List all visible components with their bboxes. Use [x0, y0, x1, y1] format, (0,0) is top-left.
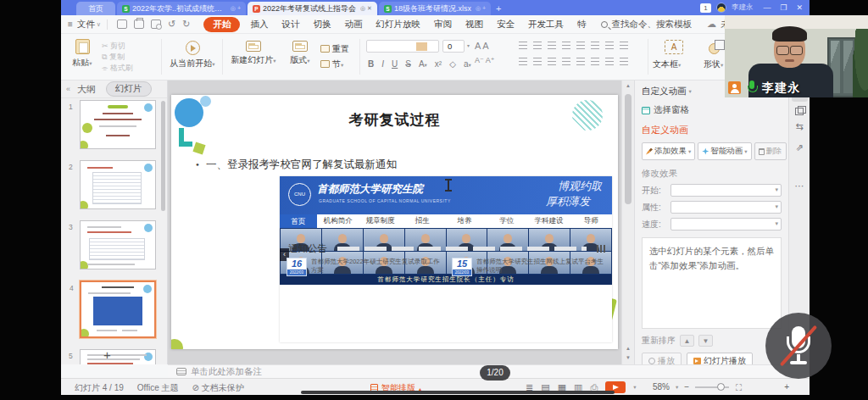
speed-select[interactable]	[670, 218, 782, 231]
menu-item-幻灯片放映[interactable]: 幻灯片放映	[369, 17, 427, 32]
format-painter-button[interactable]: ⌯ 格式刷	[102, 63, 133, 74]
print-icon[interactable]	[134, 19, 144, 29]
layout-button[interactable]: 版式▾	[283, 41, 317, 66]
redo-icon[interactable]: ↻	[182, 19, 190, 30]
menu-item-安全[interactable]: 安全	[490, 17, 521, 32]
start-select[interactable]	[670, 184, 782, 197]
thumbnail-scrollbar[interactable]	[161, 101, 165, 211]
menu-item-开始[interactable]: 开始	[203, 17, 240, 32]
slide-thumbnail-2[interactable]: 2	[80, 160, 156, 209]
slide-thumbnail-4[interactable]: 4	[80, 281, 156, 338]
prev-slide-icon[interactable]: ▲	[622, 344, 634, 353]
zoom-level[interactable]: 58%	[653, 382, 670, 392]
text-box-button[interactable]: 文本框▾	[653, 58, 681, 70]
paragraph-format-icon-14[interactable]	[605, 57, 615, 66]
property-select[interactable]	[670, 201, 782, 214]
canvas-scrollbar[interactable]: ▲ ▲ ▼	[621, 81, 634, 364]
document-tab-1[interactable]: S2022年农学..初试成绩统计表◎ +	[117, 2, 246, 15]
new-slide-button[interactable]: 新建幻灯片▾	[227, 41, 280, 66]
protect-status[interactable]: ⊘ 文档未保护	[192, 382, 244, 394]
account-avatar[interactable]	[716, 3, 726, 13]
add-slide-button[interactable]: +	[103, 347, 111, 362]
section-button[interactable]: 节▾	[320, 57, 349, 73]
scrollbar-thumb[interactable]	[625, 94, 632, 204]
command-search[interactable]: 查找命令、搜索模板	[601, 19, 692, 31]
italic-button[interactable]: I	[381, 59, 384, 69]
layers-icon[interactable]	[795, 106, 804, 114]
font-name-input[interactable]	[366, 40, 439, 53]
menu-item-插入[interactable]: 插入	[243, 17, 275, 32]
move-up-button[interactable]: ▲	[680, 335, 694, 347]
menu-item-视图[interactable]: 视图	[459, 17, 490, 32]
menu-item-设计[interactable]: 设计	[275, 17, 306, 32]
strikethrough-button[interactable]: S	[405, 59, 411, 69]
menu-item-动画[interactable]: 动画	[337, 17, 369, 32]
slide[interactable]: 考研复试过程 一、登录报考学校官网了解复试最新通知 CNU 首都师范大学研究生院…	[171, 95, 618, 349]
document-tab-2[interactable]: P2022年考研复试线上指导会◎ ✕	[248, 2, 377, 15]
bold-button[interactable]: B	[368, 59, 374, 69]
menu-item-开发工具[interactable]: 开发工具	[521, 17, 570, 32]
selection-pane-button[interactable]: 选择窗格	[642, 104, 782, 116]
document-tab-3[interactable]: S18级各班考研情况.xlsx◎ +	[379, 2, 491, 15]
paragraph-format-icon-2[interactable]	[548, 41, 558, 50]
font-size-stepper[interactable]: ▾	[467, 42, 470, 48]
fit-to-window-icon[interactable]: ⛶	[736, 383, 742, 393]
smart-animation-button[interactable]: 智能动画▾	[698, 142, 751, 160]
print-preview-icon[interactable]	[151, 19, 161, 29]
paragraph-format-icon-15[interactable]	[620, 57, 630, 66]
file-menu[interactable]: 文件∨	[77, 19, 101, 31]
paragraph-format-icon-9[interactable]	[533, 57, 543, 66]
undo-icon[interactable]: ↺	[168, 19, 175, 30]
paragraph-format-icon-8[interactable]	[519, 57, 529, 66]
theme-name[interactable]: Office 主题	[137, 382, 179, 394]
more-icon[interactable]: ⋯	[792, 178, 808, 194]
tab-close-icon[interactable]: ◎ +	[476, 5, 486, 12]
mute-button[interactable]	[765, 313, 832, 379]
move-down-button[interactable]: ▼	[698, 335, 713, 347]
paragraph-format-icon-5[interactable]	[591, 41, 601, 50]
paragraph-format-icon-1[interactable]	[533, 41, 543, 50]
underline-button[interactable]: U	[392, 59, 398, 69]
collapse-panel-button[interactable]: «	[66, 85, 70, 93]
paragraph-format-icon-7[interactable]	[620, 41, 630, 50]
add-effect-button[interactable]: 添加效果▾	[642, 142, 695, 160]
paragraph-format-icon-12[interactable]	[576, 57, 587, 66]
scroll-up-icon[interactable]: ▲	[622, 81, 634, 91]
reset-button[interactable]: 重置	[320, 42, 349, 57]
zoom-slider[interactable]	[695, 386, 729, 388]
tab-slides[interactable]: 幻灯片	[106, 81, 152, 97]
notification-badge[interactable]: 1	[700, 3, 711, 13]
restore-button[interactable]: ❐	[780, 3, 787, 12]
settings-sliders-icon[interactable]: ⇆	[792, 119, 808, 135]
next-slide-icon[interactable]: ▼	[622, 353, 634, 363]
menu-item-审阅[interactable]: 审阅	[427, 17, 459, 32]
tab-outline[interactable]: 大纲	[77, 83, 96, 96]
delete-effect-button[interactable]: 删除	[754, 142, 787, 160]
paragraph-format-icon-13[interactable]	[591, 57, 601, 66]
slide-thumbnail-3[interactable]: 3	[80, 220, 156, 269]
paragraph-format-icon-4[interactable]	[576, 41, 587, 50]
font-size-input[interactable]: 0	[442, 40, 465, 53]
superscript-button[interactable]: x²	[435, 59, 442, 69]
close-button[interactable]: ✕	[796, 3, 803, 12]
cut-button[interactable]: ✂ 剪切	[102, 41, 133, 52]
new-tab-button[interactable]: +	[496, 3, 501, 14]
paragraph-format-icon-11[interactable]	[562, 57, 572, 66]
hamburger-icon[interactable]: ≡	[68, 19, 73, 29]
paste-button[interactable]: 粘贴▾	[70, 39, 95, 69]
clear-format-button[interactable]: ◇	[449, 59, 456, 69]
text-tool-button[interactable]: a▾	[464, 59, 471, 69]
shrink-font-button[interactable]: A⁻ A⁺	[475, 55, 495, 66]
shapes-button[interactable]: 形状▾	[704, 58, 723, 70]
font-color-button[interactable]: A▾	[419, 59, 427, 69]
webcam-overlay[interactable]: 李建永	[725, 15, 868, 97]
document-tab-0[interactable]: 首页	[76, 2, 115, 15]
notes-bar[interactable]: 单击此处添加备注	[168, 364, 788, 378]
play-from-current-button[interactable]: 从当前开始▾	[168, 41, 217, 69]
zoom-out-button[interactable]: −	[684, 382, 689, 392]
paragraph-format-icon-10[interactable]	[548, 57, 558, 66]
menu-item-切换[interactable]: 切换	[306, 17, 337, 32]
grow-font-button[interactable]: A A	[475, 41, 495, 52]
paragraph-format-icon-0[interactable]	[519, 41, 529, 50]
export-icon[interactable]: ⇗	[792, 140, 808, 156]
